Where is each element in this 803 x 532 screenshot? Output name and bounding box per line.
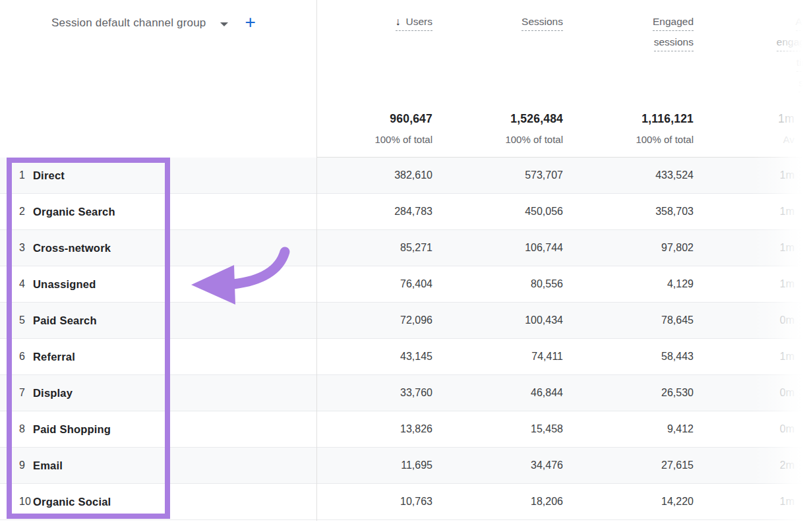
users-value: 284,783 <box>316 206 432 218</box>
users-value: 43,145 <box>316 351 432 363</box>
engaged-sessions-value: 433,524 <box>563 169 694 181</box>
total-users: 960,647 100% of total <box>316 112 432 145</box>
channel-name: Direct <box>33 169 316 182</box>
column-header-sessions[interactable]: Sessions <box>432 15 563 35</box>
total-subtext: 100% of total <box>316 134 432 145</box>
table-row: 10 Organic Social 10,763 18,206 14,220 1… <box>0 484 803 520</box>
engaged-sessions-value: 27,615 <box>563 459 694 471</box>
channel-name: Cross-network <box>33 242 316 254</box>
row-rank: 4 <box>0 278 33 290</box>
table-row: 2 Organic Search 284,783 450,056 358,703… <box>0 194 803 230</box>
sessions-value: 18,206 <box>432 496 563 508</box>
engaged-sessions-value: 97,802 <box>563 242 694 254</box>
engaged-sessions-value: 78,645 <box>563 314 694 326</box>
table-row: 8 Paid Shopping 13,826 15,458 9,412 0m <box>0 411 803 448</box>
users-value: 85,271 <box>316 242 432 254</box>
avg-engagement-value: 1m <box>694 351 803 363</box>
users-value: 11,695 <box>316 459 432 471</box>
column-label-line: sessions <box>654 35 694 51</box>
channel-name: Referral <box>33 351 316 363</box>
plus-icon[interactable]: + <box>245 14 256 31</box>
column-label-line: session <box>798 76 803 92</box>
sessions-value: 100,434 <box>432 314 563 326</box>
sessions-value: 106,744 <box>432 242 563 254</box>
engaged-sessions-value: 4,129 <box>563 278 694 290</box>
metric-headers: ↓Users Sessions Engaged sessions Average… <box>316 15 803 55</box>
column-header-engaged-sessions[interactable]: Engaged sessions <box>563 15 694 55</box>
total-value: 960,647 <box>316 112 432 126</box>
channel-name: Display <box>33 387 316 399</box>
engaged-sessions-value: 26,530 <box>563 387 694 399</box>
caret-down-icon[interactable] <box>220 22 228 26</box>
avg-engagement-value: 1m <box>694 169 803 181</box>
column-label: Sessions <box>521 15 563 31</box>
avg-engagement-value: 1m <box>694 206 803 218</box>
analytics-channel-table: Session default channel group + ↓Users S… <box>0 0 803 532</box>
channel-name: Paid Search <box>33 314 316 327</box>
channel-name: Email <box>33 459 316 472</box>
dimension-header: Session default channel group + <box>51 15 256 32</box>
sessions-value: 46,844 <box>432 387 563 399</box>
users-value: 72,096 <box>316 314 432 326</box>
engaged-sessions-value: 14,220 <box>563 496 694 508</box>
users-value: 76,404 <box>316 278 432 290</box>
column-label-line: time per <box>796 55 803 72</box>
table-row: 5 Paid Search 72,096 100,434 78,645 0m <box>0 303 803 339</box>
dimension-dropdown[interactable]: Session default channel group <box>51 16 206 30</box>
users-value: 13,826 <box>316 423 432 435</box>
sort-arrow-down-icon: ↓ <box>396 16 401 27</box>
row-rank: 2 <box>0 206 33 218</box>
row-rank: 5 <box>0 314 33 326</box>
avg-engagement-value: 1m <box>694 278 803 290</box>
total-subtext: 100% of total <box>563 134 694 145</box>
total-value: 1m <box>694 112 794 126</box>
row-rank: 1 <box>0 169 33 181</box>
row-rank: 9 <box>0 459 33 471</box>
table-row: 9 Email 11,695 34,476 27,615 2m <box>0 448 803 484</box>
row-rank: 8 <box>0 423 33 435</box>
total-avg-engagement: 1m Av <box>694 112 803 145</box>
table-row: 3 Cross-network 85,271 106,744 97,802 1m <box>0 230 803 266</box>
sessions-value: 450,056 <box>432 206 563 218</box>
avg-engagement-value: 2m <box>694 459 803 471</box>
table-row: 1 Direct 382,610 573,707 433,524 1m <box>0 158 803 194</box>
total-subtext: Av <box>694 134 794 145</box>
sessions-value: 573,707 <box>432 169 563 181</box>
column-label-line: Engaged <box>653 15 694 31</box>
users-value: 10,763 <box>316 496 432 508</box>
total-subtext: 100% of total <box>432 134 563 145</box>
avg-engagement-value: 1m <box>694 242 803 254</box>
column-divider <box>316 0 317 521</box>
column-header-users[interactable]: ↓Users <box>316 15 432 35</box>
table-row: 7 Display 33,760 46,844 26,530 0m <box>0 375 803 411</box>
sessions-value: 74,411 <box>432 351 563 363</box>
table-row: 4 Unassigned 76,404 80,556 4,129 1m <box>0 266 803 303</box>
row-rank: 10 <box>0 496 33 508</box>
users-value: 382,610 <box>316 169 432 181</box>
table-row: 6 Referral 43,145 74,411 58,443 1m <box>0 339 803 375</box>
column-label: Users <box>406 16 432 27</box>
row-rank: 6 <box>0 351 33 363</box>
sessions-value: 15,458 <box>432 423 563 435</box>
sessions-value: 34,476 <box>432 459 563 471</box>
channel-name: Paid Shopping <box>33 423 316 436</box>
users-value: 33,760 <box>316 387 432 399</box>
channel-name: Organic Search <box>33 206 316 218</box>
channel-name: Organic Social <box>33 496 316 508</box>
engaged-sessions-value: 58,443 <box>563 351 694 363</box>
avg-engagement-value: 1m <box>694 496 803 508</box>
row-rank: 7 <box>0 387 33 399</box>
column-label-line: Average <box>796 15 803 31</box>
channel-name: Unassigned <box>33 278 316 291</box>
totals-row: 960,647 100% of total 1,526,484 100% of … <box>316 92 803 158</box>
avg-engagement-value: 0m <box>694 387 803 399</box>
avg-engagement-value: 0m <box>694 314 803 326</box>
sessions-value: 80,556 <box>432 278 563 290</box>
total-engaged-sessions: 1,116,121 100% of total <box>563 112 694 145</box>
column-label-line: engagement <box>777 35 803 51</box>
avg-engagement-value: 0m <box>694 423 803 435</box>
engaged-sessions-value: 9,412 <box>563 423 694 435</box>
engaged-sessions-value: 358,703 <box>563 206 694 218</box>
table-body: 1 Direct 382,610 573,707 433,524 1m 2 Or… <box>0 158 803 520</box>
total-value: 1,526,484 <box>432 112 563 126</box>
